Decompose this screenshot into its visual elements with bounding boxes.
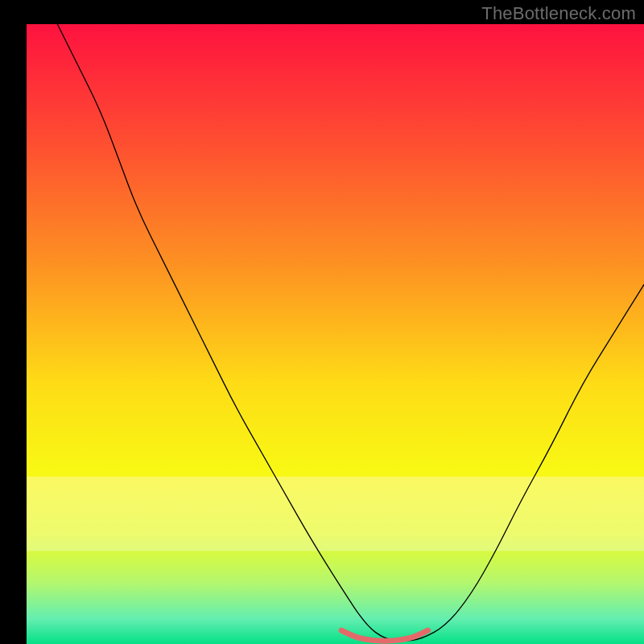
bottleneck-chart xyxy=(0,0,644,644)
chart-frame: TheBottleneck.com xyxy=(0,0,644,644)
highlight-band xyxy=(27,477,644,551)
watermark-text: TheBottleneck.com xyxy=(481,3,636,24)
